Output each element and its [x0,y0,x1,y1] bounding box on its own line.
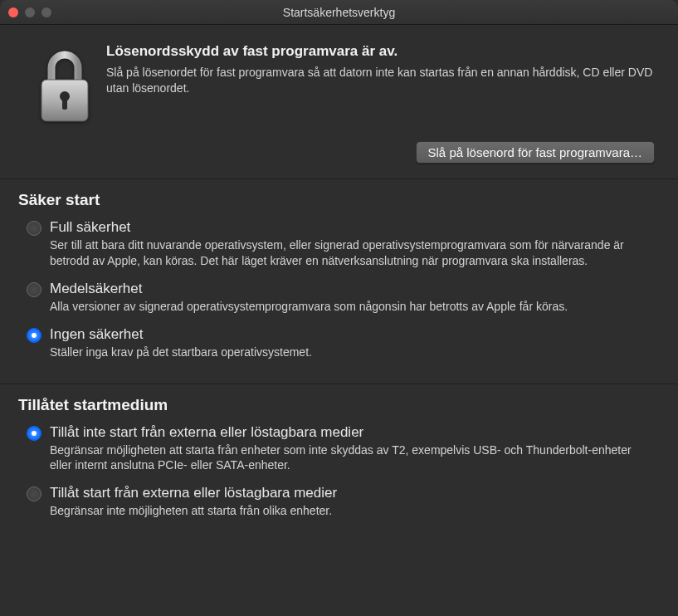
boot-media-option-disallow[interactable]: Tillåt inte start från externa eller lös… [18,421,660,482]
secure-boot-section: Säker start Full säkerhet Ser till att b… [0,179,678,384]
radio-button[interactable] [27,328,41,343]
radio-button[interactable] [27,426,41,441]
option-description: Ser till att bara ditt nuvarande operati… [50,237,660,269]
option-description: Begränsar möjligheten att starta från en… [50,442,660,474]
window-title: Startsäkerhetsverktyg [0,6,678,19]
secure-boot-option-medium[interactable]: Medelsäkerhet Alla versioner av signerad… [18,277,660,323]
lock-icon [23,43,106,126]
svg-rect-2 [62,96,67,110]
radio-button[interactable] [27,221,41,236]
secure-boot-heading: Säker start [18,191,660,209]
option-description: Begränsar inte möjligheten att starta fr… [50,503,660,519]
option-label: Full säkerhet [50,219,660,236]
minimize-icon [25,7,35,17]
window-controls [8,7,51,17]
allowed-boot-media-section: Tillåtet startmedium Tillåt inte start f… [0,384,678,543]
boot-media-option-allow[interactable]: Tillåt start från externa eller löstagba… [18,482,660,527]
radio-button[interactable] [27,282,41,297]
maximize-icon [41,7,51,17]
allowed-boot-media-heading: Tillåtet startmedium [18,396,660,414]
secure-boot-option-none[interactable]: Ingen säkerhet Ställer inga krav på det … [18,323,660,369]
titlebar: Startsäkerhetsverktyg [0,0,678,25]
option-label: Tillåt start från externa eller löstagba… [50,485,660,501]
radio-button[interactable] [27,486,41,501]
close-icon[interactable] [8,7,18,17]
option-description: Ställer inga krav på det startbara opera… [50,345,660,360]
option-label: Tillåt inte start från externa eller lös… [50,424,660,441]
option-label: Ingen säkerhet [50,326,660,343]
enable-firmware-password-button[interactable]: Slå på lösenord för fast programvara… [416,141,655,164]
option-description: Alla versioner av signerad operativsyste… [50,299,660,315]
firmware-password-section: Lösenordsskydd av fast programvara är av… [0,25,678,179]
option-label: Medelsäkerhet [50,281,660,297]
firmware-heading: Lösenordsskydd av fast programvara är av… [106,43,655,60]
firmware-description: Slå på lösenordet för fast programvara s… [106,65,655,96]
secure-boot-option-full[interactable]: Full säkerhet Ser till att bara ditt nuv… [18,216,660,277]
